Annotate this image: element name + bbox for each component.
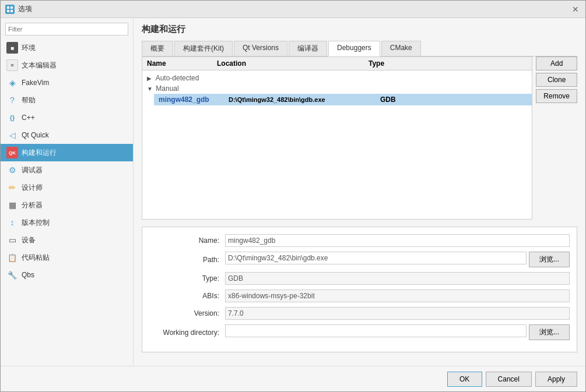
svg-rect-0 <box>7 6 9 9</box>
abis-label: ABIs: <box>149 292 225 300</box>
window-title: 选项 <box>18 4 32 14</box>
app-icon <box>5 5 15 14</box>
sidebar-item-cpp[interactable]: {} C++ <box>1 109 133 126</box>
sidebar-label-fakevim: FakeVim <box>22 79 49 87</box>
close-button[interactable]: ✕ <box>570 4 581 15</box>
workdir-input[interactable] <box>225 324 527 337</box>
sidebar-item-fakevim[interactable]: ◈ FakeVim <box>1 74 133 91</box>
path-input[interactable] <box>225 252 527 264</box>
sidebar-item-env[interactable]: ■ 环境 <box>1 39 133 56</box>
table-row[interactable]: mingw482_gdb D:\Qt\mingw32_482\bin\gdb.e… <box>154 94 532 105</box>
main-panel: 构建和运行 概要 构建套件(Kit) Qt Versions 编译器 Debug… <box>134 18 585 366</box>
sidebar-item-codepaste[interactable]: 📋 代码粘贴 <box>1 249 133 266</box>
sidebar-item-designer[interactable]: ✏ 设计师 <box>1 179 133 196</box>
form-row-workdir: Working directory: 浏览... <box>149 324 570 340</box>
sidebar-label-text-editor: 文本编辑器 <box>22 61 57 70</box>
tab-build-kit[interactable]: 构建套件(Kit) <box>174 41 233 56</box>
debuggers-table: Name Location Type ▶ Auto-detected ▼ <box>142 56 532 220</box>
qbs-icon: 🔧 <box>6 269 18 281</box>
qt-quick-icon: ◁ <box>6 129 18 141</box>
sidebar: ■ 环境 ≡ 文本编辑器 ◈ FakeVim ? 帮助 {} C++ ◁ Qt … <box>1 18 134 366</box>
title-bar: 选项 ✕ <box>1 1 585 18</box>
sidebar-item-version-ctrl[interactable]: ↕ 版本控制 <box>1 214 133 231</box>
text-editor-icon: ≡ <box>6 59 18 71</box>
svg-rect-2 <box>7 10 9 12</box>
sidebar-label-help: 帮助 <box>22 96 36 105</box>
type-input <box>225 272 570 285</box>
tab-debuggers[interactable]: Debuggers <box>328 41 380 56</box>
tab-compilers[interactable]: 编译器 <box>289 41 327 56</box>
workdir-field-group: 浏览... <box>225 324 570 340</box>
form-row-type: Type: <box>149 272 570 285</box>
expand-icon-auto: ▶ <box>147 75 154 82</box>
remove-button[interactable]: Remove <box>536 89 577 103</box>
tab-summary[interactable]: 概要 <box>142 41 173 56</box>
sidebar-item-qbs[interactable]: 🔧 Qbs <box>1 266 133 284</box>
debugger-icon: ⚙ <box>6 164 18 176</box>
version-ctrl-icon: ↕ <box>6 217 18 228</box>
group-label-auto: Auto-detected <box>156 74 199 82</box>
env-icon: ■ <box>6 42 18 54</box>
workdir-label: Working directory: <box>149 329 225 337</box>
col-header-name: Name <box>147 59 217 68</box>
sidebar-filter-input[interactable] <box>5 23 128 36</box>
sidebar-item-analyzer[interactable]: ▦ 分析器 <box>1 196 133 214</box>
footer: OK Cancel Apply <box>1 366 585 391</box>
tab-qt-versions[interactable]: Qt Versions <box>234 41 287 56</box>
sidebar-label-designer: 设计师 <box>22 183 43 193</box>
path-label: Path: <box>149 256 225 264</box>
sidebar-item-devices[interactable]: ▭ 设备 <box>1 231 133 249</box>
cancel-button[interactable]: Cancel <box>486 372 532 387</box>
table-section: Name Location Type ▶ Auto-detected ▼ <box>142 56 577 220</box>
tab-bar: 概要 构建套件(Kit) Qt Versions 编译器 Debuggers C… <box>142 41 577 56</box>
ok-button[interactable]: OK <box>447 372 482 387</box>
svg-rect-3 <box>10 10 13 12</box>
tab-cmake[interactable]: CMake <box>381 41 421 56</box>
version-label: Version: <box>149 309 225 317</box>
sidebar-label-codepaste: 代码粘贴 <box>22 253 50 263</box>
col-header-location: Location <box>217 59 369 68</box>
workdir-browse-button[interactable]: 浏览... <box>529 324 570 340</box>
help-icon: ? <box>6 94 18 106</box>
codepaste-icon: 📋 <box>6 252 18 263</box>
group-manual[interactable]: ▼ Manual <box>142 83 532 94</box>
sidebar-label-qbs: Qbs <box>22 271 34 279</box>
form-row-name: Name: <box>149 234 570 247</box>
analyzer-icon: ▦ <box>6 199 18 211</box>
add-button[interactable]: Add <box>536 56 577 70</box>
type-label: Type: <box>149 274 225 282</box>
table-side-buttons: Add Clone Remove <box>536 56 577 220</box>
sidebar-item-help[interactable]: ? 帮助 <box>1 91 133 109</box>
col-header-type: Type <box>369 59 527 68</box>
name-input[interactable] <box>225 234 570 247</box>
sidebar-item-debugger[interactable]: ⚙ 调试器 <box>1 161 133 179</box>
name-label: Name: <box>149 236 225 245</box>
sidebar-label-devices: 设备 <box>22 235 36 245</box>
version-input <box>225 307 570 320</box>
path-browse-button[interactable]: 浏览... <box>529 252 570 267</box>
group-label-manual: Manual <box>156 84 178 93</box>
content-area: ■ 环境 ≡ 文本编辑器 ◈ FakeVim ? 帮助 {} C++ ◁ Qt … <box>1 18 585 366</box>
build-run-icon: QK <box>6 147 18 158</box>
path-field-group: 浏览... <box>225 252 570 267</box>
expand-icon-manual: ▼ <box>147 86 154 92</box>
devices-icon: ▭ <box>6 234 18 246</box>
sidebar-label-cpp: C++ <box>22 114 35 122</box>
sidebar-item-build-run[interactable]: QK 构建和运行 <box>1 144 133 161</box>
main-window: 选项 ✕ ■ 环境 ≡ 文本编辑器 ◈ FakeVim ? 帮助 <box>0 0 586 392</box>
group-auto-detected[interactable]: ▶ Auto-detected <box>142 73 532 83</box>
sidebar-label-analyzer: 分析器 <box>22 200 43 210</box>
apply-button[interactable]: Apply <box>535 372 577 387</box>
form-row-abis: ABIs: <box>149 289 570 302</box>
cpp-icon: {} <box>6 112 18 123</box>
sidebar-label-build-run: 构建和运行 <box>22 148 57 158</box>
sidebar-label-env: 环境 <box>22 43 36 53</box>
table-body: ▶ Auto-detected ▼ Manual mingw482_gdb D:… <box>142 70 532 219</box>
sidebar-item-qt-quick[interactable]: ◁ Qt Quick <box>1 126 133 144</box>
table-header: Name Location Type <box>142 57 532 70</box>
abis-input <box>225 289 570 302</box>
sidebar-item-text-editor[interactable]: ≡ 文本编辑器 <box>1 56 133 74</box>
details-form: Name: Path: 浏览... Type: ABIs: <box>142 227 577 352</box>
clone-button[interactable]: Clone <box>536 73 577 87</box>
section-title: 构建和运行 <box>142 24 577 35</box>
